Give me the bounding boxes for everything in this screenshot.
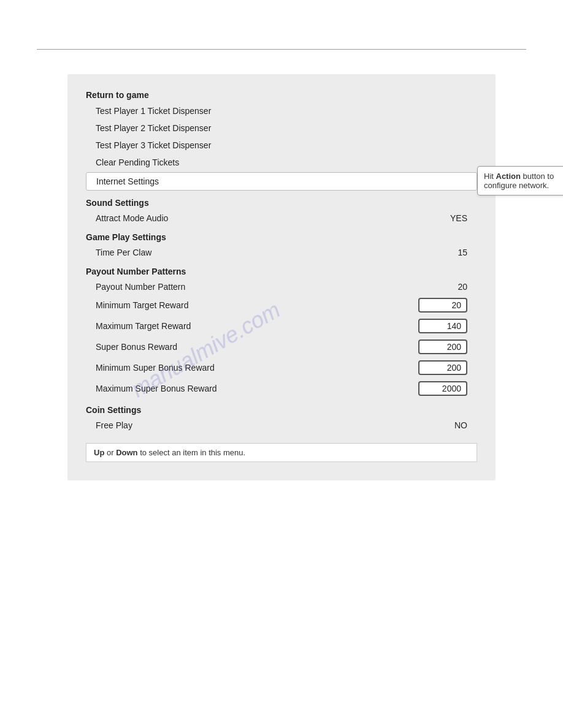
attract-mode-audio-label: Attract Mode Audio <box>96 213 443 223</box>
internet-settings-label: Internet Settings <box>96 176 159 186</box>
sound-settings-header: Sound Settings <box>86 192 477 210</box>
time-per-claw-value: 15 <box>443 248 467 257</box>
super-bonus-reward-input[interactable]: 200 <box>418 339 467 354</box>
maximum-target-reward-label: Maximum Target Reward <box>96 321 418 331</box>
free-play-row: Free Play NO <box>86 417 477 433</box>
time-per-claw-label: Time Per Claw <box>96 248 443 257</box>
minimum-target-reward-row: Minimum Target Reward 20 <box>86 295 477 316</box>
minimum-target-reward-label: Minimum Target Reward <box>96 300 418 310</box>
attract-mode-audio-row: Attract Mode Audio YES <box>86 210 477 226</box>
menu-item-return-to-game[interactable]: Return to game <box>86 86 477 102</box>
clear-pending-tickets-label: Clear Pending Tickets <box>96 157 179 167</box>
menu-item-internet-settings-wrapper: Internet Settings Hit Action button to c… <box>86 172 477 191</box>
main-panel: Return to game Test Player 1 Ticket Disp… <box>67 74 496 480</box>
free-play-label: Free Play <box>96 420 443 430</box>
section-game-play-settings: Game Play Settings Time Per Claw 15 <box>86 226 477 260</box>
test-player-1-label: Test Player 1 Ticket Dispenser <box>96 106 211 116</box>
payout-number-pattern-value: 20 <box>443 282 467 292</box>
menu-list: Return to game Test Player 1 Ticket Disp… <box>86 86 477 191</box>
footer-down-bold: Down <box>116 448 137 457</box>
maximum-target-reward-input[interactable]: 140 <box>418 319 467 333</box>
payout-number-pattern-label: Payout Number Pattern <box>96 282 443 292</box>
footer-up-bold: Up <box>94 448 104 457</box>
maximum-super-bonus-reward-row: Maximum Super Bonus Reward 2000 <box>86 378 477 399</box>
tooltip-action-bold: Action <box>496 172 521 181</box>
attract-mode-audio-value: YES <box>443 213 467 223</box>
maximum-super-bonus-reward-input[interactable]: 2000 <box>418 381 467 396</box>
payout-number-patterns-header: Payout Number Patterns <box>86 260 477 279</box>
coin-settings-header: Coin Settings <box>86 399 477 417</box>
return-to-game-label: Return to game <box>86 90 149 100</box>
minimum-target-reward-input[interactable]: 20 <box>418 298 467 313</box>
time-per-claw-row: Time Per Claw 15 <box>86 245 477 260</box>
super-bonus-reward-label: Super Bonus Reward <box>96 342 418 352</box>
super-bonus-reward-row: Super Bonus Reward 200 <box>86 336 477 357</box>
minimum-super-bonus-reward-input[interactable]: 200 <box>418 360 467 375</box>
maximum-target-reward-row: Maximum Target Reward 140 <box>86 316 477 336</box>
section-coin-settings: Coin Settings Free Play NO <box>86 399 477 433</box>
section-payout-number-patterns: Payout Number Patterns Payout Number Pat… <box>86 260 477 399</box>
footer-hint: Up or Down to select an item in this men… <box>86 443 477 462</box>
menu-item-internet-settings[interactable]: Internet Settings <box>86 172 477 191</box>
menu-item-test-player-3[interactable]: Test Player 3 Ticket Dispenser <box>86 137 477 154</box>
payout-number-pattern-row: Payout Number Pattern 20 <box>86 279 477 295</box>
minimum-super-bonus-reward-row: Minimum Super Bonus Reward 200 <box>86 357 477 378</box>
test-player-3-label: Test Player 3 Ticket Dispenser <box>96 140 211 150</box>
menu-item-clear-pending-tickets[interactable]: Clear Pending Tickets <box>86 154 477 171</box>
menu-item-test-player-2[interactable]: Test Player 2 Ticket Dispenser <box>86 119 477 137</box>
top-divider <box>37 49 526 50</box>
maximum-super-bonus-reward-label: Maximum Super Bonus Reward <box>96 384 418 393</box>
internet-settings-tooltip: Hit Action button to configure network. <box>477 166 563 195</box>
game-play-settings-header: Game Play Settings <box>86 226 477 245</box>
free-play-value: NO <box>443 420 467 430</box>
menu-item-test-player-1[interactable]: Test Player 1 Ticket Dispenser <box>86 102 477 119</box>
section-sound-settings: Sound Settings Attract Mode Audio YES <box>86 192 477 226</box>
minimum-super-bonus-reward-label: Minimum Super Bonus Reward <box>96 363 418 373</box>
test-player-2-label: Test Player 2 Ticket Dispenser <box>96 123 211 133</box>
